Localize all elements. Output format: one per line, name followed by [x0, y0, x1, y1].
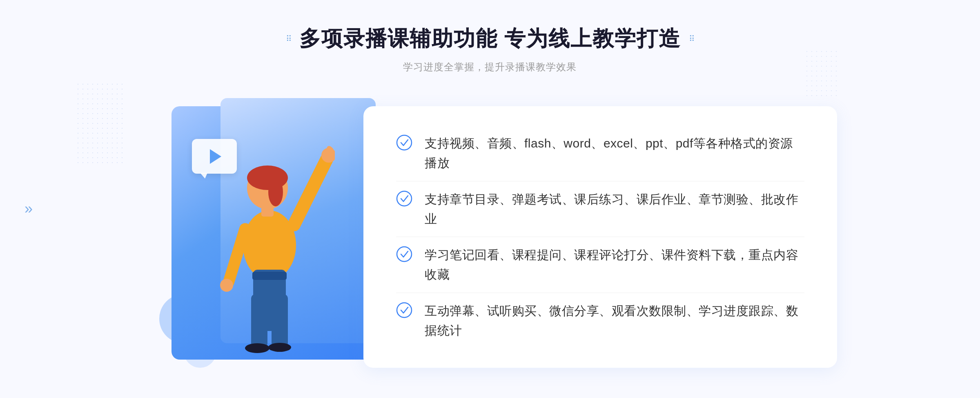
header-dots-left-icon: ⠿: [286, 34, 291, 44]
bg-dots-right: [804, 49, 837, 98]
svg-rect-10: [251, 294, 267, 347]
svg-point-3: [268, 178, 283, 206]
bg-dots-left: [76, 82, 125, 163]
svg-rect-11: [272, 294, 288, 347]
divider-3: [396, 293, 804, 293]
feature-item-3: 学习笔记回看、课程提问、课程评论打分、课件资料下载，重点内容收藏: [396, 239, 804, 291]
check-icon-3: [396, 246, 412, 262]
divider-1: [396, 181, 804, 181]
feature-item-4: 互动弹幕、试听购买、微信分享、观看次数限制、学习进度跟踪、数据统计: [396, 295, 804, 347]
svg-point-16: [397, 135, 412, 150]
svg-line-7: [229, 229, 245, 282]
check-icon-4: [396, 302, 412, 318]
divider-2: [396, 237, 804, 237]
svg-point-8: [220, 279, 233, 292]
person-illustration: [204, 110, 335, 372]
check-icon-2: [396, 190, 412, 207]
content-panel: 支持视频、音频、flash、word、excel、ppt、pdf等各种格式的资源…: [363, 106, 837, 368]
main-content: 支持视频、音频、flash、word、excel、ppt、pdf等各种格式的资源…: [143, 94, 837, 380]
svg-point-13: [268, 343, 291, 352]
feature-text-3: 学习笔记回看、课程提问、课程评论打分、课件资料下载，重点内容收藏: [425, 245, 804, 284]
feature-item-1: 支持视频、音频、flash、word、excel、ppt、pdf等各种格式的资源…: [396, 127, 804, 179]
arrow-left-decoration: »: [24, 200, 33, 217]
page-title: 多项录播课辅助功能 专为线上教学打造: [299, 25, 681, 53]
page-container: » ⠿ 多项录播课辅助功能 专为线上教学打造 ⠿ 学习进度全掌握，提升录播课教学…: [0, 0, 980, 398]
feature-item-2: 支持章节目录、弹题考试、课后练习、课后作业、章节测验、批改作业: [396, 183, 804, 235]
svg-point-18: [397, 247, 412, 262]
feature-text-2: 支持章节目录、弹题考试、课后练习、课后作业、章节测验、批改作业: [425, 190, 804, 229]
header-title-row: ⠿ 多项录播课辅助功能 专为线上教学打造 ⠿: [286, 25, 694, 53]
page-subtitle: 学习进度全掌握，提升录播课教学效果: [286, 60, 694, 74]
feature-text-4: 互动弹幕、试听购买、微信分享、观看次数限制、学习进度跟踪、数据统计: [425, 301, 804, 340]
svg-rect-4: [261, 206, 274, 217]
header-dots-right-icon: ⠿: [689, 34, 694, 44]
header-section: ⠿ 多项录播课辅助功能 专为线上教学打造 ⠿ 学习进度全掌握，提升录播课教学效果: [286, 25, 694, 74]
check-icon-1: [396, 134, 412, 151]
svg-point-0: [243, 210, 296, 280]
svg-point-12: [245, 343, 270, 353]
svg-line-5: [294, 159, 327, 225]
svg-point-19: [397, 303, 412, 318]
illustration-area: [151, 98, 388, 376]
svg-rect-14: [252, 272, 287, 280]
svg-point-17: [397, 191, 412, 206]
feature-text-1: 支持视频、音频、flash、word、excel、ppt、pdf等各种格式的资源…: [425, 134, 804, 173]
